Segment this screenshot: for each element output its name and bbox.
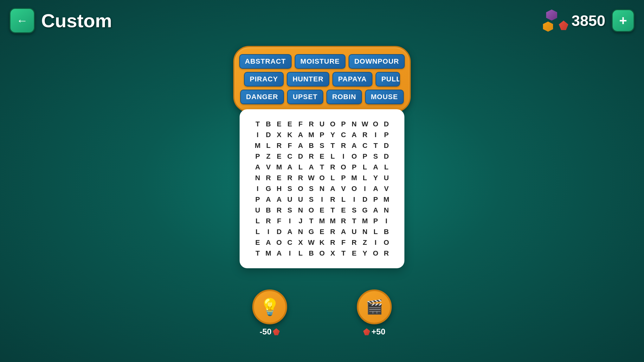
grid-cell-9-0[interactable]: L bbox=[252, 216, 263, 226]
grid-cell-2-5[interactable]: B bbox=[306, 140, 317, 151]
grid-cell-1-12[interactable]: P bbox=[381, 130, 392, 140]
grid-cell-4-4[interactable]: L bbox=[295, 162, 306, 173]
grid-cell-11-7[interactable]: R bbox=[327, 237, 338, 248]
grid-cell-5-12[interactable]: U bbox=[381, 173, 392, 183]
grid-cell-5-7[interactable]: L bbox=[327, 173, 338, 183]
grid-cell-12-2[interactable]: A bbox=[274, 248, 285, 259]
grid-cell-7-9[interactable]: I bbox=[349, 194, 360, 205]
grid-cell-6-0[interactable]: I bbox=[252, 183, 263, 194]
grid-cell-12-8[interactable]: T bbox=[338, 248, 349, 259]
grid-cell-4-8[interactable]: O bbox=[338, 162, 349, 173]
grid-cell-0-8[interactable]: P bbox=[338, 119, 349, 130]
grid-cell-0-7[interactable]: O bbox=[327, 119, 338, 130]
grid-cell-4-11[interactable]: A bbox=[370, 162, 381, 173]
grid-cell-6-3[interactable]: S bbox=[285, 183, 295, 194]
grid-cell-5-8[interactable]: P bbox=[338, 173, 349, 183]
grid-cell-6-4[interactable]: O bbox=[295, 183, 306, 194]
grid-cell-0-6[interactable]: U bbox=[317, 119, 327, 130]
grid-cell-3-7[interactable]: L bbox=[327, 151, 338, 162]
grid-cell-7-7[interactable]: R bbox=[327, 194, 338, 205]
grid-cell-5-2[interactable]: E bbox=[274, 173, 285, 183]
grid-cell-5-0[interactable]: N bbox=[252, 173, 263, 183]
grid-cell-6-2[interactable]: H bbox=[274, 183, 285, 194]
grid-cell-12-3[interactable]: I bbox=[285, 248, 295, 259]
grid-cell-7-0[interactable]: P bbox=[252, 194, 263, 205]
grid-cell-12-10[interactable]: Y bbox=[359, 248, 370, 259]
grid-cell-6-9[interactable]: O bbox=[349, 183, 360, 194]
grid-cell-11-10[interactable]: Z bbox=[359, 237, 370, 248]
grid-cell-5-1[interactable]: R bbox=[263, 173, 274, 183]
grid-cell-6-8[interactable]: V bbox=[338, 183, 349, 194]
grid-cell-7-1[interactable]: A bbox=[263, 194, 274, 205]
grid-cell-7-2[interactable]: A bbox=[274, 194, 285, 205]
grid-cell-7-6[interactable]: I bbox=[317, 194, 327, 205]
grid-cell-5-11[interactable]: Y bbox=[370, 173, 381, 183]
grid-cell-12-6[interactable]: O bbox=[317, 248, 327, 259]
grid-cell-5-10[interactable]: L bbox=[359, 173, 370, 183]
grid-cell-5-9[interactable]: M bbox=[349, 173, 360, 183]
grid-cell-4-0[interactable]: A bbox=[252, 162, 263, 173]
grid-cell-10-10[interactable]: N bbox=[359, 226, 370, 237]
grid-cell-8-8[interactable]: E bbox=[338, 205, 349, 216]
grid-cell-2-12[interactable]: D bbox=[381, 140, 392, 151]
grid-cell-3-9[interactable]: O bbox=[349, 151, 360, 162]
grid-cell-11-0[interactable]: E bbox=[252, 237, 263, 248]
grid-cell-9-6[interactable]: M bbox=[317, 216, 327, 226]
hint-circle[interactable]: 💡 bbox=[252, 289, 287, 324]
grid-cell-2-1[interactable]: L bbox=[263, 140, 274, 151]
word-chip-danger[interactable]: DANGER bbox=[240, 90, 284, 104]
word-chip-hunter[interactable]: HUNTER bbox=[287, 72, 329, 86]
grid-cell-1-9[interactable]: A bbox=[349, 130, 360, 140]
grid-cell-8-2[interactable]: R bbox=[274, 205, 285, 216]
grid-cell-5-3[interactable]: R bbox=[285, 173, 295, 183]
reward-circle[interactable]: 🎬 bbox=[357, 289, 392, 324]
grid-cell-10-4[interactable]: N bbox=[295, 226, 306, 237]
grid-cell-9-3[interactable]: I bbox=[285, 216, 295, 226]
grid-cell-3-10[interactable]: P bbox=[359, 151, 370, 162]
grid-cell-2-9[interactable]: A bbox=[349, 140, 360, 151]
hint-button[interactable]: 💡 -50 bbox=[252, 289, 287, 337]
add-coins-button[interactable]: + bbox=[612, 9, 634, 32]
word-chip-downpour[interactable]: DOWNPOUR bbox=[349, 54, 405, 69]
grid-cell-6-12[interactable]: V bbox=[381, 183, 392, 194]
grid-cell-12-5[interactable]: B bbox=[306, 248, 317, 259]
word-chip-moisture[interactable]: MOISTURE bbox=[295, 54, 345, 69]
grid-cell-10-0[interactable]: L bbox=[252, 226, 263, 237]
grid-cell-8-0[interactable]: U bbox=[252, 205, 263, 216]
grid-cell-10-7[interactable]: R bbox=[327, 226, 338, 237]
grid-cell-2-8[interactable]: R bbox=[338, 140, 349, 151]
grid-cell-0-5[interactable]: R bbox=[306, 119, 317, 130]
grid-cell-9-10[interactable]: M bbox=[359, 216, 370, 226]
grid-cell-5-4[interactable]: R bbox=[295, 173, 306, 183]
grid-cell-11-1[interactable]: A bbox=[263, 237, 274, 248]
grid-cell-6-11[interactable]: A bbox=[370, 183, 381, 194]
grid-cell-2-10[interactable]: C bbox=[359, 140, 370, 151]
grid-cell-8-10[interactable]: G bbox=[359, 205, 370, 216]
grid-cell-11-2[interactable]: O bbox=[274, 237, 285, 248]
grid-cell-2-0[interactable]: M bbox=[252, 140, 263, 151]
grid-cell-12-0[interactable]: T bbox=[252, 248, 263, 259]
grid-cell-3-8[interactable]: I bbox=[338, 151, 349, 162]
grid-cell-1-6[interactable]: P bbox=[317, 130, 327, 140]
grid-cell-2-6[interactable]: S bbox=[317, 140, 327, 151]
grid-cell-0-12[interactable]: D bbox=[381, 119, 392, 130]
grid-cell-10-3[interactable]: A bbox=[285, 226, 295, 237]
grid-cell-12-9[interactable]: E bbox=[349, 248, 360, 259]
word-chip-piracy[interactable]: PIRACY bbox=[244, 72, 284, 86]
grid-cell-3-12[interactable]: D bbox=[381, 151, 392, 162]
grid-cell-10-2[interactable]: D bbox=[274, 226, 285, 237]
grid-cell-9-12[interactable]: I bbox=[381, 216, 392, 226]
grid-cell-9-11[interactable]: P bbox=[370, 216, 381, 226]
grid-cell-3-6[interactable]: E bbox=[317, 151, 327, 162]
grid-cell-4-3[interactable]: A bbox=[285, 162, 295, 173]
reward-button[interactable]: 🎬 +50 bbox=[357, 289, 392, 337]
grid-cell-11-6[interactable]: K bbox=[317, 237, 327, 248]
word-chip-abstract[interactable]: ABSTRACT bbox=[239, 54, 292, 69]
grid-cell-11-3[interactable]: C bbox=[285, 237, 295, 248]
grid-cell-12-7[interactable]: X bbox=[327, 248, 338, 259]
grid-cell-3-2[interactable]: E bbox=[274, 151, 285, 162]
grid-cell-11-12[interactable]: O bbox=[381, 237, 392, 248]
grid-cell-2-11[interactable]: T bbox=[370, 140, 381, 151]
grid-cell-9-1[interactable]: R bbox=[263, 216, 274, 226]
grid-cell-4-1[interactable]: V bbox=[263, 162, 274, 173]
